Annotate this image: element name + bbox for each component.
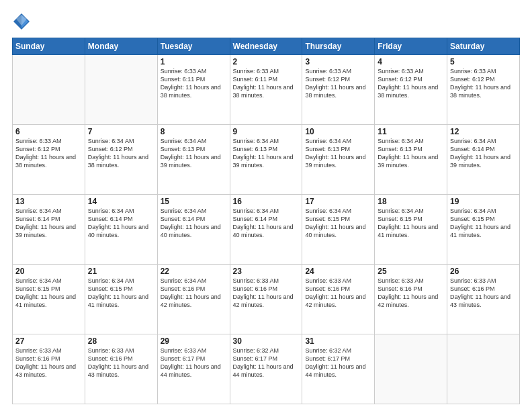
weekday-header-wednesday: Wednesday [230, 38, 302, 55]
week-row-1: 1Sunrise: 6:33 AM Sunset: 6:11 PM Daylig… [13, 55, 520, 125]
day-info: Sunrise: 6:34 AM Sunset: 6:14 PM Dayligh… [88, 207, 154, 240]
day-number: 22 [161, 267, 227, 276]
day-cell: 10Sunrise: 6:34 AM Sunset: 6:13 PM Dayli… [302, 125, 375, 195]
day-cell: 16Sunrise: 6:34 AM Sunset: 6:14 PM Dayli… [230, 195, 302, 265]
day-cell: 4Sunrise: 6:33 AM Sunset: 6:12 PM Daylig… [375, 55, 447, 125]
day-number: 29 [161, 336, 227, 346]
day-cell: 24Sunrise: 6:33 AM Sunset: 6:16 PM Dayli… [302, 265, 375, 334]
day-cell: 7Sunrise: 6:34 AM Sunset: 6:12 PM Daylig… [85, 125, 157, 195]
weekday-header-friday: Friday [375, 38, 447, 55]
day-info: Sunrise: 6:34 AM Sunset: 6:15 PM Dayligh… [88, 277, 154, 310]
day-info: Sunrise: 6:34 AM Sunset: 6:13 PM Dayligh… [233, 137, 300, 170]
day-cell: 9Sunrise: 6:34 AM Sunset: 6:13 PM Daylig… [230, 125, 302, 195]
week-row-4: 20Sunrise: 6:34 AM Sunset: 6:15 PM Dayli… [13, 265, 520, 334]
week-row-2: 6Sunrise: 6:33 AM Sunset: 6:12 PM Daylig… [13, 125, 520, 195]
day-cell: 18Sunrise: 6:34 AM Sunset: 6:15 PM Dayli… [375, 195, 447, 265]
day-info: Sunrise: 6:33 AM Sunset: 6:16 PM Dayligh… [88, 347, 154, 379]
day-cell [13, 55, 85, 125]
day-cell: 27Sunrise: 6:33 AM Sunset: 6:16 PM Dayli… [13, 334, 85, 404]
day-cell: 30Sunrise: 6:32 AM Sunset: 6:17 PM Dayli… [230, 334, 302, 404]
day-number: 4 [378, 57, 444, 66]
day-info: Sunrise: 6:33 AM Sunset: 6:16 PM Dayligh… [378, 277, 444, 310]
day-cell: 22Sunrise: 6:34 AM Sunset: 6:16 PM Dayli… [157, 265, 230, 334]
day-number: 25 [378, 267, 444, 276]
day-info: Sunrise: 6:34 AM Sunset: 6:13 PM Dayligh… [305, 137, 371, 170]
day-number: 9 [233, 127, 300, 136]
day-number: 6 [15, 127, 82, 136]
day-cell: 14Sunrise: 6:34 AM Sunset: 6:14 PM Dayli… [85, 195, 157, 265]
day-number: 7 [88, 127, 154, 136]
day-cell: 28Sunrise: 6:33 AM Sunset: 6:16 PM Dayli… [85, 334, 157, 404]
day-cell: 1Sunrise: 6:33 AM Sunset: 6:11 PM Daylig… [157, 55, 230, 125]
day-info: Sunrise: 6:34 AM Sunset: 6:13 PM Dayligh… [378, 137, 444, 170]
day-number: 18 [378, 197, 444, 206]
day-number: 20 [15, 267, 82, 276]
day-info: Sunrise: 6:33 AM Sunset: 6:16 PM Dayligh… [233, 277, 300, 310]
day-info: Sunrise: 6:33 AM Sunset: 6:12 PM Dayligh… [15, 137, 82, 170]
day-number: 17 [305, 197, 371, 206]
day-number: 14 [88, 197, 154, 206]
day-info: Sunrise: 6:33 AM Sunset: 6:11 PM Dayligh… [161, 67, 227, 100]
weekday-header-tuesday: Tuesday [157, 38, 230, 55]
day-cell: 26Sunrise: 6:33 AM Sunset: 6:16 PM Dayli… [447, 265, 520, 334]
weekday-header-saturday: Saturday [447, 38, 520, 55]
weekday-header-monday: Monday [85, 38, 157, 55]
day-info: Sunrise: 6:34 AM Sunset: 6:13 PM Dayligh… [161, 137, 227, 170]
day-number: 3 [305, 57, 371, 66]
day-info: Sunrise: 6:34 AM Sunset: 6:14 PM Dayligh… [450, 137, 517, 170]
day-info: Sunrise: 6:34 AM Sunset: 6:14 PM Dayligh… [233, 207, 300, 240]
day-info: Sunrise: 6:33 AM Sunset: 6:16 PM Dayligh… [15, 347, 82, 379]
week-row-5: 27Sunrise: 6:33 AM Sunset: 6:16 PM Dayli… [13, 334, 520, 404]
day-info: Sunrise: 6:34 AM Sunset: 6:15 PM Dayligh… [378, 207, 444, 240]
day-info: Sunrise: 6:34 AM Sunset: 6:12 PM Dayligh… [88, 137, 154, 170]
day-info: Sunrise: 6:32 AM Sunset: 6:17 PM Dayligh… [233, 347, 300, 379]
logo-icon [12, 12, 31, 31]
day-number: 2 [233, 57, 300, 66]
day-number: 8 [161, 127, 227, 136]
day-info: Sunrise: 6:34 AM Sunset: 6:16 PM Dayligh… [161, 277, 227, 310]
day-info: Sunrise: 6:34 AM Sunset: 6:15 PM Dayligh… [450, 207, 517, 240]
day-number: 26 [450, 267, 517, 276]
day-cell: 8Sunrise: 6:34 AM Sunset: 6:13 PM Daylig… [157, 125, 230, 195]
day-info: Sunrise: 6:34 AM Sunset: 6:14 PM Dayligh… [15, 207, 82, 240]
day-info: Sunrise: 6:32 AM Sunset: 6:17 PM Dayligh… [305, 347, 371, 379]
day-cell: 25Sunrise: 6:33 AM Sunset: 6:16 PM Dayli… [375, 265, 447, 334]
page: SundayMondayTuesdayWednesdayThursdayFrid… [0, 0, 532, 411]
day-number: 15 [161, 197, 227, 206]
day-cell: 17Sunrise: 6:34 AM Sunset: 6:15 PM Dayli… [302, 195, 375, 265]
day-number: 12 [450, 127, 517, 136]
day-cell: 19Sunrise: 6:34 AM Sunset: 6:15 PM Dayli… [447, 195, 520, 265]
weekday-header-row: SundayMondayTuesdayWednesdayThursdayFrid… [13, 38, 520, 55]
day-cell: 12Sunrise: 6:34 AM Sunset: 6:14 PM Dayli… [447, 125, 520, 195]
day-number: 16 [233, 197, 300, 206]
day-number: 30 [233, 336, 300, 346]
day-cell: 5Sunrise: 6:33 AM Sunset: 6:12 PM Daylig… [447, 55, 520, 125]
day-cell: 29Sunrise: 6:33 AM Sunset: 6:17 PM Dayli… [157, 334, 230, 404]
day-number: 19 [450, 197, 517, 206]
day-cell [375, 334, 447, 404]
day-number: 11 [378, 127, 444, 136]
day-cell: 31Sunrise: 6:32 AM Sunset: 6:17 PM Dayli… [302, 334, 375, 404]
day-number: 23 [233, 267, 300, 276]
calendar-table: SundayMondayTuesdayWednesdayThursdayFrid… [12, 38, 520, 404]
day-info: Sunrise: 6:33 AM Sunset: 6:12 PM Dayligh… [450, 67, 517, 100]
day-cell: 2Sunrise: 6:33 AM Sunset: 6:11 PM Daylig… [230, 55, 302, 125]
day-number: 24 [305, 267, 371, 276]
day-info: Sunrise: 6:33 AM Sunset: 6:16 PM Dayligh… [450, 277, 517, 310]
header [12, 12, 520, 31]
day-info: Sunrise: 6:34 AM Sunset: 6:15 PM Dayligh… [305, 207, 371, 240]
day-number: 13 [15, 197, 82, 206]
day-number: 5 [450, 57, 517, 66]
day-cell: 11Sunrise: 6:34 AM Sunset: 6:13 PM Dayli… [375, 125, 447, 195]
day-number: 28 [88, 336, 154, 346]
day-info: Sunrise: 6:34 AM Sunset: 6:15 PM Dayligh… [15, 277, 82, 310]
day-cell: 6Sunrise: 6:33 AM Sunset: 6:12 PM Daylig… [13, 125, 85, 195]
day-info: Sunrise: 6:34 AM Sunset: 6:14 PM Dayligh… [161, 207, 227, 240]
day-cell: 21Sunrise: 6:34 AM Sunset: 6:15 PM Dayli… [85, 265, 157, 334]
weekday-header-sunday: Sunday [13, 38, 85, 55]
day-cell [447, 334, 520, 404]
day-number: 27 [15, 336, 82, 346]
day-info: Sunrise: 6:33 AM Sunset: 6:17 PM Dayligh… [161, 347, 227, 379]
weekday-header-thursday: Thursday [302, 38, 375, 55]
day-info: Sunrise: 6:33 AM Sunset: 6:12 PM Dayligh… [305, 67, 371, 100]
